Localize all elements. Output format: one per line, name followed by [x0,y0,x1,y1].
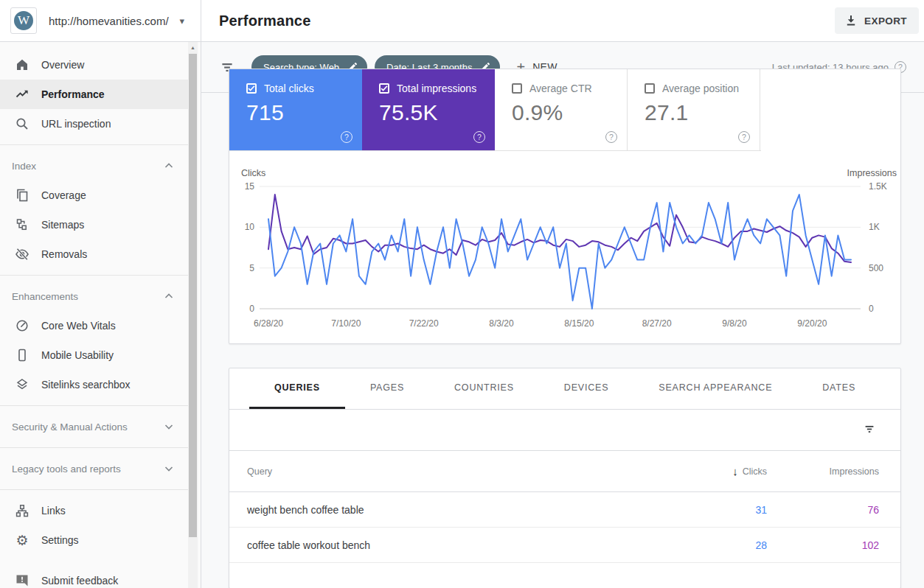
removals-icon [15,247,29,262]
svg-text:8/27/20: 8/27/20 [642,318,672,329]
svg-text:Clicks: Clicks [241,168,265,178]
impressions-cell: 102 [767,539,879,551]
scrollbar-up-icon[interactable]: ▲ [188,42,198,53]
checkbox-unchecked-icon[interactable] [512,83,522,94]
sidebar-item-sitemaps[interactable]: Sitemaps [0,210,188,239]
sidebar-item-label: Coverage [41,189,86,201]
page-title: Performance [219,13,310,29]
sidebar-section-enhancements[interactable]: Enhancements [0,281,188,311]
tab-queries[interactable]: QUERIES [249,368,345,409]
card-value: 0.9% [512,100,627,125]
average-ctr-card[interactable]: Average CTR 0.9% ? [495,69,628,150]
gear-icon: ⚙ [15,533,29,547]
table-toolbar [229,410,900,451]
tab-devices[interactable]: DEVICES [539,368,633,409]
chevron-up-icon [161,289,176,304]
checkbox-checked-icon[interactable] [246,83,257,94]
sidebar-item-label: Sitemaps [41,219,84,231]
sidebar-item-label: Submit feedback [41,575,118,587]
property-url: http://homevanities.com/ [49,15,179,27]
sidebar-item-label: Sitelinks searchbox [41,379,131,391]
sidebar-item-label: URL inspection [41,118,111,130]
home-icon [15,57,29,72]
svg-text:10: 10 [245,222,255,232]
checkbox-checked-icon[interactable] [379,83,389,94]
svg-text:9/20/20: 9/20/20 [797,318,827,329]
sidebar-item-label: Core Web Vitals [41,320,116,332]
table-header-row: Query ↓ Clicks Impressions [229,451,900,492]
card-value: 27.1 [645,100,760,125]
svg-text:8/15/20: 8/15/20 [564,318,594,329]
help-icon[interactable]: ? [341,131,352,143]
divider [0,275,188,276]
scrollbar-thumb[interactable] [189,54,197,537]
tab-search-appearance[interactable]: SEARCH APPEARANCE [633,368,797,409]
tab-pages[interactable]: PAGES [345,368,429,409]
sidebar-item-performance[interactable]: Performance [0,80,188,109]
query-cell[interactable]: weight bench coffee table [247,504,678,516]
sidebar-scrollbar[interactable]: ▲ [188,42,198,588]
sitemaps-icon [15,217,29,232]
sidebar-item-removals[interactable]: Removals [0,239,188,269]
help-icon[interactable]: ? [738,131,750,143]
total-impressions-card[interactable]: Total impressions 75.5K ? [362,69,495,150]
property-selector[interactable]: W http://homevanities.com/ ▾ [0,0,201,42]
links-icon [15,503,29,518]
divider [0,447,188,448]
sidebar-item-submit-feedback[interactable]: Submit feedback [0,566,188,588]
card-label: Average CTR [529,83,592,94]
sitelinks-searchbox-icon [15,377,29,392]
tab-dates[interactable]: DATES [797,368,880,409]
sidebar-item-label: Links [41,505,66,517]
average-position-card[interactable]: Average position 27.1 ? [628,69,760,150]
table-row[interactable]: coffee table workout bench 28 102 [229,528,900,563]
svg-text:1.5K: 1.5K [869,181,887,192]
sidebar-item-coverage[interactable]: Coverage [0,181,188,210]
sidebar-item-mobile-usability[interactable]: Mobile Usability [0,340,188,370]
export-button[interactable]: EXPORT [835,7,919,34]
column-header-clicks[interactable]: ↓ Clicks [678,465,767,477]
sidebar-item-core-web-vitals[interactable]: Core Web Vitals [0,311,188,340]
sidebar-item-settings[interactable]: ⚙ Settings [0,525,188,555]
help-icon[interactable]: ? [473,131,485,143]
checkbox-unchecked-icon[interactable] [645,83,655,94]
divider [0,144,188,145]
divider [0,405,188,406]
tab-countries[interactable]: COUNTRIES [429,368,539,409]
property-favicon: W [10,7,37,34]
sidebar-item-url-inspection[interactable]: URL inspection [0,109,188,139]
svg-text:7/22/20: 7/22/20 [409,318,439,329]
sidebar-item-sitelinks-searchbox[interactable]: Sitelinks searchbox [0,370,188,399]
help-icon[interactable]: ? [605,131,617,143]
sidebar-section-security-manual-actions[interactable]: Security & Manual Actions [0,412,188,441]
sidebar-item-overview[interactable]: Overview [0,50,188,80]
sidebar-item-links[interactable]: Links [0,496,188,525]
chevron-down-icon [161,419,176,434]
column-header-query[interactable]: Query [247,466,678,477]
table-filter-icon[interactable] [863,422,879,438]
column-header-impressions[interactable]: Impressions [767,466,879,477]
coverage-icon [15,188,29,203]
sidebar-item-label: Removals [41,248,87,260]
query-cell[interactable]: coffee table workout bench [247,539,678,551]
performance-icon [15,87,29,102]
svg-text:0: 0 [869,304,874,314]
card-label: Total impressions [397,83,476,94]
search-icon [15,116,29,131]
sidebar-section-legacy-tools[interactable]: Legacy tools and reports [0,454,188,483]
table-row[interactable]: weight bench coffee table 31 76 [229,492,900,528]
table-tabs: QUERIES PAGES COUNTRIES DEVICES SEARCH A… [229,368,900,410]
clicks-cell: 31 [678,504,767,516]
clicks-cell: 28 [678,539,767,551]
impressions-cell: 76 [767,504,879,516]
performance-chart: 005500101K151.5KClicksImpressions6/28/20… [229,151,902,345]
sidebar-section-index[interactable]: Index [0,151,188,181]
svg-text:8/3/20: 8/3/20 [489,318,514,329]
svg-text:6/28/20: 6/28/20 [254,318,283,329]
total-clicks-card[interactable]: Total clicks 715 ? [229,69,362,150]
feedback-icon [15,573,29,588]
chevron-up-icon [161,158,176,173]
svg-text:9/8/20: 9/8/20 [722,318,747,329]
svg-text:15: 15 [245,181,255,192]
mobile-usability-icon [15,348,29,363]
